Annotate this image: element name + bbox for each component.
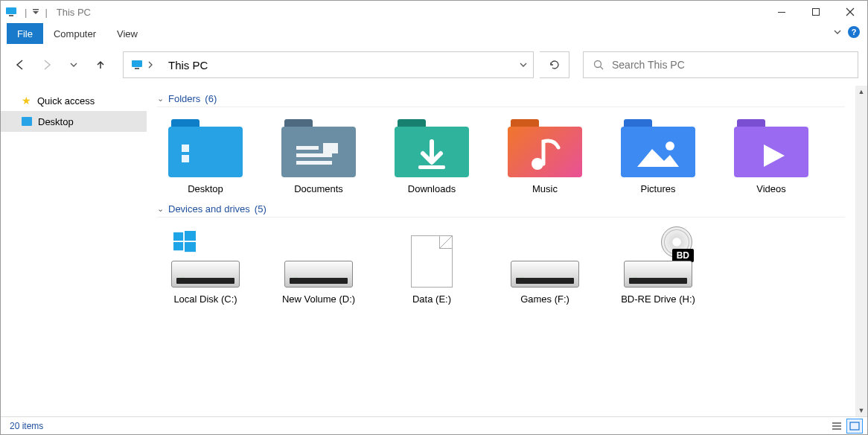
item[interactable]: Games (F:) [497,223,593,311]
item-label: Music [532,183,558,196]
refresh-button[interactable] [540,51,569,78]
status-bar: 20 items [1,416,867,434]
svg-rect-12 [296,153,332,157]
svg-rect-1 [9,15,13,16]
item-label: Desktop [188,183,223,196]
forward-button[interactable] [36,53,57,77]
svg-rect-4 [813,9,820,16]
navigation-pane: ★ Quick access Desktop [1,86,147,416]
svg-point-7 [595,61,601,68]
item[interactable]: Data (E:) [383,223,480,311]
chevron-down-icon: ⌄ [157,94,164,104]
item-label: Videos [756,183,786,196]
svg-rect-10 [323,143,338,153]
item-label: Documents [294,183,343,196]
address-bar[interactable]: This PC [123,51,534,78]
item-label: Local Disk (C:) [173,293,237,306]
item-label: BD-RE Drive (H:) [621,293,695,306]
svg-rect-9 [182,155,189,162]
up-button[interactable] [90,53,111,77]
item[interactable]: BD BD-RE Drive (H:) [610,223,706,311]
sidebar-item-quick-access[interactable]: ★ Quick access [1,90,147,111]
folder-icon [508,118,582,177]
search-box[interactable] [583,51,858,78]
svg-rect-0 [6,7,16,14]
ribbon: File Computer View ? [1,23,867,44]
close-button[interactable] [833,1,867,23]
svg-rect-11 [296,146,319,150]
separator: | [25,7,27,18]
sidebar-item-desktop[interactable]: Desktop [1,111,147,132]
item[interactable]: Desktop [157,113,254,200]
item[interactable]: Music [497,113,593,200]
this-pc-icon [5,6,17,18]
search-icon [593,59,604,71]
address-text: This PC [168,59,208,72]
item-label: Games (F:) [520,293,569,306]
item[interactable]: New Volume (D:) [270,223,367,311]
help-button[interactable]: ? [848,26,860,38]
address-segment[interactable]: This PC [161,52,215,77]
svg-rect-21 [850,422,859,430]
window-title: This PC [57,7,91,18]
sidebar-item-label: Quick access [37,95,95,107]
group-count: (6) [205,93,217,104]
optical-drive-icon: BD [621,228,695,288]
tab-file[interactable]: File [7,23,43,44]
drive-icon [281,228,356,288]
maximize-button[interactable] [799,1,833,23]
content-area: ⌄ Folders (6) Desktop Documents Download… [147,86,867,416]
tab-computer[interactable]: Computer [43,23,106,44]
svg-rect-6 [135,68,139,69]
group-header[interactable]: ⌄ Devices and drives (5) [157,203,845,218]
item[interactable]: Videos [723,113,820,200]
group-title: Devices and drives [168,203,250,215]
item-label: Data (E:) [412,293,451,306]
item[interactable]: Local Disk (C:) [157,223,254,311]
svg-rect-5 [132,60,142,67]
svg-rect-14 [418,165,445,169]
svg-rect-2 [33,9,39,10]
qat-dropdown[interactable] [31,7,40,16]
svg-rect-13 [296,161,332,165]
address-root[interactable] [124,52,161,77]
minimize-button[interactable] [765,1,799,23]
recent-locations-button[interactable] [63,53,84,77]
navigation-row: This PC [1,44,867,86]
folder-icon [621,118,695,177]
scroll-down-icon[interactable]: ▼ [858,407,865,414]
tab-view[interactable]: View [106,23,148,44]
separator: | [45,7,47,18]
scrollbar[interactable]: ▲ ▼ [855,86,867,416]
folder-icon [395,118,469,177]
item[interactable]: Documents [270,113,367,200]
sidebar-item-label: Desktop [38,116,74,127]
folder-icon [168,118,243,177]
title-bar: | | This PC [1,1,867,23]
group-header[interactable]: ⌄ Folders (6) [157,93,845,107]
details-view-button[interactable] [829,419,845,434]
svg-rect-17 [173,232,183,241]
drive-icon [168,228,243,288]
ribbon-collapse-icon[interactable] [833,28,842,36]
scroll-up-icon[interactable]: ▲ [858,88,865,95]
desktop-icon [22,117,32,126]
group-count: (5) [255,203,267,215]
svg-rect-3 [778,12,785,13]
chevron-right-icon [147,61,153,69]
address-history-dropdown[interactable] [514,52,533,77]
group-title: Folders [168,93,200,104]
windows-logo-icon [171,231,198,253]
svg-rect-19 [173,242,183,250]
star-icon: ★ [22,95,31,107]
large-icons-view-button[interactable] [846,419,863,434]
svg-rect-8 [182,145,189,152]
svg-rect-20 [185,242,196,252]
item[interactable]: Downloads [383,113,480,200]
svg-point-16 [666,142,674,150]
back-button[interactable] [10,53,31,77]
search-input[interactable] [610,58,849,72]
item-label: Pictures [641,183,676,196]
item[interactable]: Pictures [610,113,706,200]
folder-icon [281,118,356,177]
